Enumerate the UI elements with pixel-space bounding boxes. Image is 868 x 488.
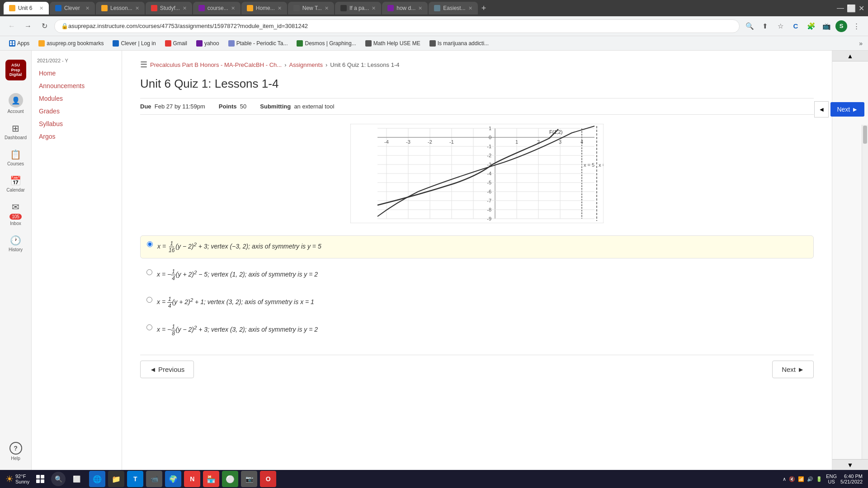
sidebar-item-inbox[interactable]: ✉ 105 Inbox — [2, 198, 29, 230]
close-button[interactable]: ✕ — [859, 4, 864, 13]
choice-a-radio[interactable] — [147, 241, 153, 247]
scroll-up-icon: ▲ — [847, 52, 854, 60]
tab-close-newt[interactable]: ✕ — [325, 5, 329, 11]
tab-close-ifapa[interactable]: ✕ — [372, 5, 376, 11]
tab-course[interactable]: course... ✕ — [193, 2, 241, 14]
choice-b-radio[interactable] — [146, 269, 152, 275]
reload-button[interactable]: ↻ — [38, 20, 51, 33]
bookmark-marijuana[interactable]: Is marijuana addicti... — [426, 38, 492, 48]
tab-home[interactable]: Home... ✕ — [241, 2, 287, 14]
tray-icons: ∧ 🔇 📶 🔊 🔋 — [783, 476, 822, 482]
tab-close-howd[interactable]: ✕ — [418, 5, 422, 11]
sidebar-argos-link[interactable]: Argos — [37, 130, 116, 143]
choice-b[interactable]: x = −14(y + 2)2 − 5; vertex (1, 2); axis… — [140, 264, 814, 286]
choice-d-radio[interactable] — [146, 324, 152, 330]
task-view-button[interactable]: ⬜ — [69, 472, 84, 486]
sidebar-modules-link[interactable]: Modules — [37, 92, 116, 105]
battery-icon[interactable]: 🔋 — [816, 476, 822, 482]
menu-icon[interactable]: ⋮ — [850, 20, 863, 33]
breadcrumb-course-link[interactable]: Precalculus Part B Honors - MA-PreCalcBH… — [150, 61, 282, 68]
tab-ifapa[interactable]: If a pa... ✕ — [335, 2, 381, 14]
bookmark-asuprep[interactable]: asuprep.org bookmarks — [35, 38, 107, 48]
clever-extension-icon[interactable]: C — [789, 20, 802, 33]
next-arrow-button[interactable]: Next ► — [830, 102, 864, 117]
search-icon[interactable]: 🔍 — [743, 20, 756, 33]
scrollbar-track[interactable] — [862, 125, 868, 459]
bookmark-yahoo[interactable]: yahoo — [193, 38, 223, 48]
tab-newt[interactable]: New T... ✕ — [288, 2, 334, 14]
bookmarks-more-icon[interactable]: » — [859, 40, 863, 47]
profile-icon[interactable]: S — [835, 20, 847, 32]
tab-clever[interactable]: Clever ✕ — [50, 2, 95, 14]
tab-close-home[interactable]: ✕ — [278, 5, 282, 11]
address-bar[interactable]: 🔒 asuprepaz.instructure.com/courses/4775… — [54, 19, 740, 33]
maximize-button[interactable]: ⬜ — [847, 4, 856, 13]
tab-close-clever[interactable]: ✕ — [85, 5, 90, 11]
volume-icon[interactable]: 🔊 — [807, 476, 813, 482]
breadcrumb-assignments-link[interactable]: Assignments — [289, 61, 322, 68]
taskbar-app-teams[interactable]: T — [127, 471, 143, 487]
choice-c[interactable]: x = 14(y + 2)2 + 1; vertex (3, 2); axis … — [140, 291, 814, 314]
start-button[interactable] — [33, 472, 47, 486]
sidebar-item-courses[interactable]: 📋 Courses — [2, 145, 29, 170]
taskbar-app-zoom[interactable]: 📹 — [146, 471, 162, 487]
forward-button[interactable]: → — [22, 20, 34, 33]
chevron-up-icon[interactable]: ∧ — [783, 476, 786, 482]
tab-close-easiest[interactable]: ✕ — [468, 5, 472, 11]
share-icon[interactable]: ⬆ — [759, 20, 771, 33]
sidebar-item-help[interactable]: ? Help — [2, 438, 29, 465]
bookmark-clever[interactable]: Clever | Log in — [109, 38, 159, 48]
tab-close-course[interactable]: ✕ — [231, 5, 235, 11]
sidebar-home-link[interactable]: Home — [37, 67, 116, 80]
wifi-icon[interactable]: 📶 — [798, 476, 804, 482]
bookmark-gmail[interactable]: Gmail — [161, 38, 191, 48]
bookmark-desmos[interactable]: Desmos | Graphing... — [293, 38, 359, 48]
cast-icon[interactable]: 📺 — [820, 20, 833, 33]
prev-arrow-button[interactable]: ◄ — [814, 101, 829, 117]
choice-a[interactable]: x = 116(y − 2)2 + 3; vertex (−3, 2); axi… — [140, 235, 814, 258]
sidebar-item-account[interactable]: 👤 Account — [2, 89, 29, 117]
tab-close-studyf[interactable]: ✕ — [183, 5, 187, 11]
sidebar-announcements-link[interactable]: Announcements — [37, 80, 116, 92]
hamburger-menu-icon[interactable]: ☰ — [140, 60, 147, 70]
tab-howd[interactable]: how d... ✕ — [382, 2, 428, 14]
back-button[interactable]: ← — [5, 20, 18, 33]
scrollbar-thumb[interactable] — [863, 126, 867, 144]
scroll-down-button[interactable]: ▼ — [832, 459, 868, 470]
tab-studyf[interactable]: Studyf... ✕ — [146, 2, 192, 14]
new-tab-button[interactable]: + — [479, 4, 489, 13]
bookmark-apps[interactable]: Apps — [5, 38, 33, 48]
taskbar-app-browser[interactable]: 🌍 — [165, 471, 181, 487]
choice-d[interactable]: x = −18(y − 2)2 + 3; vertex (3, 2); axis… — [140, 319, 814, 341]
sidebar-item-calendar[interactable]: 📅 Calendar — [2, 172, 29, 196]
taskbar-app-chrome[interactable]: ⚪ — [222, 471, 238, 487]
taskbar-app-netflix[interactable]: N — [184, 471, 200, 487]
taskbar-app-edge[interactable]: 🌐 — [89, 471, 105, 487]
bookmark-ptable[interactable]: Ptable - Periodic Ta... — [225, 38, 292, 48]
next-bottom-button[interactable]: Next ► — [772, 361, 814, 378]
taskbar-search-button[interactable]: 🔍 — [51, 472, 66, 486]
tab-close-lesson[interactable]: ✕ — [135, 5, 139, 11]
course-sidebar: 2021/2022 - Y Home Announcements Modules… — [32, 51, 122, 470]
taskbar-app-office[interactable]: O — [260, 471, 276, 487]
weather-desc: Sunny — [15, 479, 29, 484]
tab-title-home: Home... — [256, 5, 275, 11]
tab-easiest[interactable]: Easiest... ✕ — [429, 2, 477, 14]
tab-lesson[interactable]: Lesson... ✕ — [96, 2, 145, 14]
taskbar-app-files[interactable]: 📁 — [108, 471, 124, 487]
sidebar-item-dashboard[interactable]: ⊞ Dashboard — [2, 119, 29, 144]
taskbar-app-zoom2[interactable]: 📷 — [241, 471, 257, 487]
bookmark-mathhelp[interactable]: Math Help USE ME — [362, 38, 424, 48]
tab-unit6[interactable]: Unit 6 ✕ — [4, 2, 49, 14]
sidebar-syllabus-link[interactable]: Syllabus — [37, 117, 116, 130]
choice-c-radio[interactable] — [146, 297, 152, 303]
previous-button[interactable]: ◄ Previous — [140, 361, 194, 378]
tab-close-unit6[interactable]: ✕ — [39, 5, 43, 11]
sidebar-grades-link[interactable]: Grades — [37, 105, 116, 117]
scroll-up-button[interactable]: ▲ — [832, 51, 868, 61]
taskbar-app-store[interactable]: 🏪 — [203, 471, 219, 487]
minimize-button[interactable]: — — [837, 4, 844, 12]
sidebar-item-history[interactable]: 🕐 History — [2, 231, 29, 256]
extensions-icon[interactable]: 🧩 — [805, 20, 817, 33]
bookmark-icon[interactable]: ☆ — [774, 20, 787, 33]
